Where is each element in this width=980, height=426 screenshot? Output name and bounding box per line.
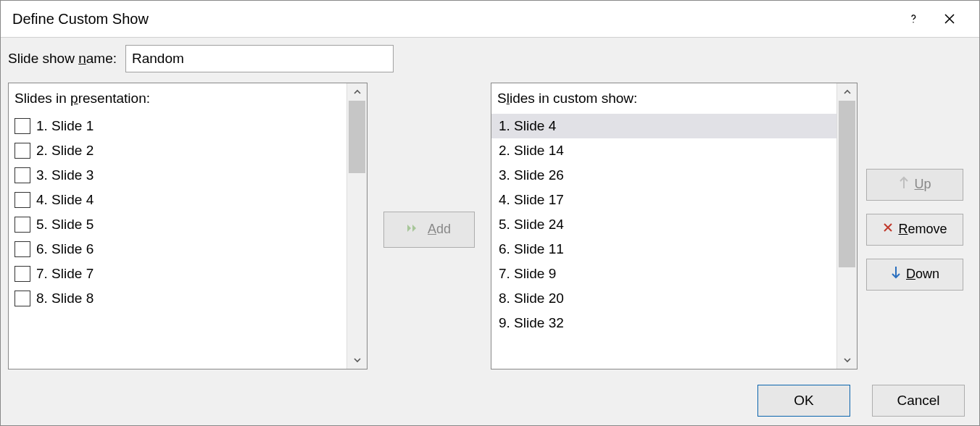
checkbox[interactable]: [14, 167, 30, 183]
presentation-slide-label: 6. Slide 6: [36, 241, 94, 257]
cancel-button[interactable]: Cancel: [872, 385, 965, 417]
reorder-actions: Up Remove Down: [858, 83, 972, 376]
presentation-slide-label: 5. Slide 5: [36, 217, 94, 233]
dialog-footer: OK Cancel: [8, 376, 972, 418]
custom-show-slide-item[interactable]: 3. Slide 26: [491, 163, 836, 188]
scroll-thumb[interactable]: [839, 101, 855, 267]
checkbox[interactable]: [14, 241, 30, 257]
presentation-slide-item[interactable]: 1. Slide 1: [9, 114, 346, 138]
presentation-slide-label: 3. Slide 3: [36, 167, 94, 183]
presentation-slide-item[interactable]: 2. Slide 2: [9, 138, 346, 163]
remove-x-icon: [882, 222, 894, 237]
arrow-up-icon: [898, 176, 910, 193]
presentation-slide-label: 7. Slide 7: [36, 266, 94, 282]
define-custom-show-dialog: Define Custom Show Slide show name:: [0, 0, 980, 426]
scroll-down-icon[interactable]: [347, 351, 367, 369]
up-button[interactable]: Up: [866, 169, 963, 201]
custom-show-slide-item[interactable]: 5. Slide 24: [491, 212, 836, 237]
slide-show-name-row: Slide show name:: [8, 45, 972, 72]
slides-in-presentation-list[interactable]: Slides in presentation: 1. Slide 12. Sli…: [8, 83, 368, 369]
custom-show-slide-item[interactable]: 7. Slide 9: [491, 262, 836, 286]
scroll-track[interactable]: [837, 101, 857, 351]
presentation-slide-item[interactable]: 7. Slide 7: [9, 262, 346, 286]
presentation-slide-label: 2. Slide 2: [36, 143, 94, 159]
add-button[interactable]: Add: [383, 212, 475, 248]
svg-point-0: [913, 22, 913, 22]
dialog-title: Define Custom Show: [12, 11, 149, 28]
presentation-slide-item[interactable]: 5. Slide 5: [9, 212, 346, 237]
slides-in-custom-show-header: Slides in custom show:: [491, 88, 836, 114]
slides-in-custom-show-content: Slides in custom show: 1. Slide 42. Slid…: [491, 83, 836, 369]
arrow-down-icon: [890, 266, 902, 283]
slides-in-presentation-scrollbar[interactable]: [346, 83, 367, 369]
custom-show-slide-item[interactable]: 2. Slide 14: [491, 138, 836, 163]
checkbox[interactable]: [14, 118, 30, 134]
custom-show-slide-item[interactable]: 4. Slide 17: [491, 188, 836, 212]
scroll-down-icon[interactable]: [837, 351, 857, 369]
slides-in-presentation-header: Slides in presentation:: [9, 88, 346, 114]
checkbox[interactable]: [14, 291, 30, 306]
add-chevrons-icon: [407, 222, 423, 237]
custom-show-slide-item[interactable]: 8. Slide 20: [491, 286, 836, 311]
slide-show-name-label: Slide show name:: [8, 51, 117, 67]
scroll-up-icon[interactable]: [837, 83, 857, 101]
slides-in-presentation-content: Slides in presentation: 1. Slide 12. Sli…: [9, 83, 346, 369]
close-button[interactable]: [931, 1, 968, 37]
help-button[interactable]: [895, 1, 931, 37]
presentation-slide-item[interactable]: 4. Slide 4: [9, 188, 346, 212]
scroll-track[interactable]: [347, 101, 367, 351]
slides-in-custom-show-list[interactable]: Slides in custom show: 1. Slide 42. Slid…: [491, 83, 858, 369]
remove-button[interactable]: Remove: [866, 214, 963, 246]
checkbox[interactable]: [14, 217, 30, 233]
titlebar: Define Custom Show: [1, 1, 979, 37]
slide-show-name-input[interactable]: [125, 45, 394, 72]
custom-show-slide-item[interactable]: 6. Slide 11: [491, 237, 836, 262]
presentation-slide-item[interactable]: 6. Slide 6: [9, 237, 346, 262]
custom-show-slide-item[interactable]: 9. Slide 32: [491, 311, 836, 335]
presentation-slide-label: 8. Slide 8: [36, 291, 94, 306]
scroll-thumb[interactable]: [349, 101, 365, 173]
checkbox[interactable]: [14, 143, 30, 159]
presentation-slide-label: 4. Slide 4: [36, 192, 94, 208]
checkbox[interactable]: [14, 266, 30, 282]
presentation-slide-item[interactable]: 8. Slide 8: [9, 286, 346, 311]
presentation-slide-label: 1. Slide 1: [36, 118, 94, 134]
checkbox[interactable]: [14, 192, 30, 208]
down-button[interactable]: Down: [866, 259, 963, 291]
presentation-slide-item[interactable]: 3. Slide 3: [9, 163, 346, 188]
scroll-up-icon[interactable]: [347, 83, 367, 101]
lists-row: Slides in presentation: 1. Slide 12. Sli…: [8, 83, 972, 376]
ok-button[interactable]: OK: [757, 385, 850, 417]
dialog-body: Slide show name: Slides in presentation:…: [1, 37, 979, 425]
custom-show-slide-item[interactable]: 1. Slide 4: [491, 114, 836, 138]
middle-column: Add: [368, 83, 491, 376]
slides-in-custom-show-scrollbar[interactable]: [836, 83, 857, 369]
